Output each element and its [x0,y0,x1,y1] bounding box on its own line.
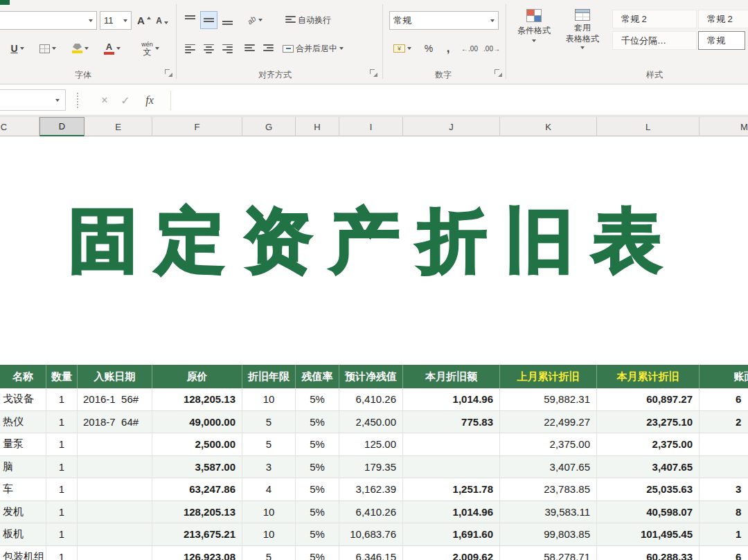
table-cell[interactable]: 3,407.65 [500,456,597,478]
table-cell[interactable]: 1,691.60 [403,523,500,545]
accounting-format-button[interactable]: ¥ [389,39,416,57]
table-cell[interactable]: 板机 [0,523,46,545]
table-cell[interactable]: 49,000.00 [152,411,242,433]
table-cell[interactable]: 6 [700,388,748,410]
table-cell[interactable]: 4 [242,478,296,500]
table-cell[interactable]: 5 [242,433,296,455]
table-cell[interactable]: 6 [700,546,748,560]
table-cell[interactable]: 1 [46,433,78,455]
decrease-decimal-button[interactable]: .00→ [481,39,503,57]
table-cell[interactable]: 23,783.85 [500,478,597,500]
table-cell[interactable]: 58,278.71 [500,546,597,560]
table-cell[interactable]: 10,683.76 [339,523,403,545]
table-cell[interactable]: 775.83 [403,411,500,433]
table-cell[interactable]: 2018-7 64# [78,411,152,433]
font-dialog-launcher[interactable] [165,69,172,77]
text-orientation-button[interactable]: ab [241,11,269,29]
table-cell[interactable]: 22,499.27 [500,411,597,433]
align-bottom-button[interactable] [219,11,236,29]
table-cell[interactable]: 5 [242,411,296,433]
cell-style-item[interactable]: 常规 2 [698,10,748,28]
table-header-cell[interactable]: 数量 [46,365,78,388]
table-cell[interactable]: 2,009.62 [403,546,500,560]
table-header-cell[interactable]: 入账日期 [78,365,152,388]
table-cell[interactable]: 车 [0,478,46,500]
fill-color-button[interactable] [66,39,94,58]
table-cell[interactable]: 3 [242,456,296,478]
table-cell[interactable] [403,456,500,478]
table-cell[interactable] [78,523,152,545]
table-cell[interactable]: 128,205.13 [152,388,242,410]
table-header-cell[interactable]: 上月累计折旧 [500,365,597,388]
table-cell[interactable]: 2,375.00 [500,433,597,455]
table-cell[interactable]: 60,897.27 [597,388,700,410]
borders-button[interactable] [35,39,61,58]
table-header-cell[interactable]: 名称 [0,365,46,388]
table-cell[interactable]: 1,251.78 [403,478,500,500]
name-box[interactable] [0,89,66,111]
align-left-button[interactable] [181,39,199,57]
table-cell[interactable]: 39,583.11 [500,501,597,523]
insert-function-button[interactable]: fx [139,91,161,110]
table-cell[interactable]: 2016-1 56# [78,388,152,410]
table-cell[interactable]: 热仪 [0,411,46,433]
column-header[interactable]: F [152,117,242,136]
table-cell[interactable]: 6,346.15 [339,546,403,560]
percent-style-button[interactable]: % [420,39,438,57]
alignment-dialog-launcher[interactable] [370,69,377,77]
table-cell[interactable]: 63,247.86 [152,478,242,500]
table-cell[interactable]: 3,587.00 [152,456,242,478]
table-cell[interactable]: 2 [700,411,748,433]
table-cell[interactable]: 10 [242,501,296,523]
underline-button[interactable]: U [6,39,29,58]
table-header-cell[interactable]: 本月累计折旧 [597,365,700,388]
number-format-combo[interactable]: 常规 [389,11,499,30]
table-cell[interactable]: 6,410.26 [339,388,403,410]
conditional-formatting-button[interactable]: 条件格式 [511,9,557,63]
table-cell[interactable]: 10 [242,523,296,545]
table-header-cell[interactable]: 原价 [152,365,242,388]
table-cell[interactable]: 脑 [0,456,46,478]
table-cell[interactable] [700,456,748,478]
font-size-combo[interactable]: 11 [100,11,132,30]
table-cell[interactable]: 量泵 [0,433,46,455]
align-center-button[interactable] [200,39,217,57]
table-header-cell[interactable]: 本月折旧额 [403,365,500,388]
table-cell[interactable]: 5 [242,546,296,560]
table-header-cell[interactable]: 残值率 [296,365,339,388]
table-cell[interactable] [78,478,152,500]
format-as-table-button[interactable]: 套用 表格格式 [561,9,604,63]
table-cell[interactable]: 126,923.08 [152,546,242,560]
column-header[interactable]: I [339,117,403,136]
table-cell[interactable]: 101,495.45 [597,523,700,545]
table-cell[interactable]: 3,407.65 [597,456,700,478]
column-header[interactable]: G [242,117,296,136]
table-cell[interactable]: 8 [700,501,748,523]
decrease-font-size-button[interactable]: A [154,11,170,30]
table-cell[interactable]: 2,500.00 [152,433,242,455]
table-cell[interactable]: 3,162.39 [339,478,403,500]
wrap-text-button[interactable]: 自动换行 [285,11,363,29]
align-middle-button[interactable] [200,11,217,29]
table-cell[interactable]: 5% [296,501,339,523]
cancel-button[interactable]: × [96,91,114,110]
table-cell[interactable]: 5% [296,546,339,560]
table-cell[interactable] [78,433,152,455]
table-cell[interactable]: 213,675.21 [152,523,242,545]
increase-indent-button[interactable] [260,39,277,57]
table-cell[interactable]: 1 [46,388,78,410]
table-header-cell[interactable]: 折旧年限 [242,365,296,388]
confirm-button[interactable]: ✓ [116,91,134,110]
merge-center-button[interactable]: 合并后居中 [283,39,374,57]
table-cell[interactable]: 5% [296,456,339,478]
table-cell[interactable]: 发机 [0,501,46,523]
table-cell[interactable]: 99,803.85 [500,523,597,545]
increase-decimal-button[interactable]: ←.00 [458,39,481,57]
table-cell[interactable]: 5% [296,478,339,500]
font-color-button[interactable]: A [98,39,126,58]
column-header[interactable]: L [597,117,700,136]
table-cell[interactable]: 59,882.31 [500,388,597,410]
table-cell[interactable]: 10 [242,388,296,410]
column-header[interactable]: C [0,117,39,136]
column-header-selected[interactable]: D [39,117,84,136]
